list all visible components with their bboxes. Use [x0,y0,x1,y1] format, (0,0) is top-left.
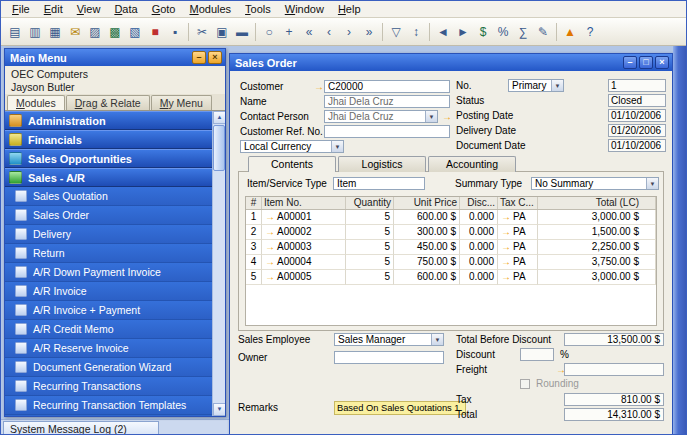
quantity-cell[interactable]: 5 [346,240,394,255]
owner-field[interactable] [334,351,444,364]
item-no-cell[interactable]: →A00002 [262,225,346,240]
main-menu-titlebar[interactable]: Main Menu – × [5,49,225,66]
item-no-cell[interactable]: →A00004 [262,255,346,270]
link-arrow-icon[interactable]: → [442,110,452,123]
chevron-down-icon[interactable]: ▼ [431,334,443,345]
sidebar-item-recurring-transaction-templates[interactable]: Recurring Transaction Templates [5,396,212,415]
print-preview-icon[interactable]: ▥ [25,22,45,42]
posting-date-field[interactable]: 01/10/2006 [608,109,666,122]
find-icon[interactable]: ○ [259,22,279,42]
pdf-icon[interactable]: ■ [145,22,165,42]
link-arrow-icon[interactable]: → [501,211,511,222]
link-arrow-icon[interactable]: → [501,241,511,252]
sidebar-scrollbar[interactable]: ▲ ▼ [212,111,225,416]
scroll-up-icon[interactable]: ▲ [213,111,225,124]
target-document-icon[interactable]: ► [453,22,473,42]
sidebar-item-return[interactable]: Return [5,244,212,263]
payment-means-icon[interactable]: $ [473,22,493,42]
sales-order-titlebar[interactable]: Sales Order – □ × [230,54,672,71]
link-arrow-icon[interactable]: → [265,271,275,282]
chevron-down-icon[interactable]: ▼ [425,111,437,122]
minimize-button[interactable]: – [623,56,637,69]
module-sales-opportunities[interactable]: Sales Opportunities [5,149,212,168]
menu-window[interactable]: Window [278,2,331,16]
sidebar-item-delivery[interactable]: Delivery [5,225,212,244]
tax-code-cell[interactable]: →PA [498,270,538,285]
lock-icon[interactable]: ▪ [165,22,185,42]
discount-cell[interactable]: 0.000 [460,240,498,255]
tab-drag-and-relate[interactable]: Drag & Relate [66,95,150,110]
tab-accounting[interactable]: Accounting [428,156,516,172]
quantity-cell[interactable]: 5 [346,270,394,285]
currency-select[interactable]: Local Currency ▼ [240,140,344,153]
sidebar-item-ar-down-payment-invoice[interactable]: A/R Down Payment Invoice [5,263,212,282]
contact-person-select[interactable]: Jhai Dela Cruz ▼ [324,110,438,123]
tax-code-cell[interactable]: →PA [498,210,538,225]
total-cell[interactable]: 3,000.00 $ [538,270,656,285]
sales-employee-select[interactable]: Sales Manager ▼ [334,333,444,346]
freight-field[interactable] [564,363,664,376]
col-total[interactable]: Total (LC) [538,197,656,209]
name-field[interactable]: Jhai Dela Cruz [324,95,450,108]
add-record-icon[interactable]: + [279,22,299,42]
tax-code-cell[interactable]: →PA [498,240,538,255]
sidebar-item-document-generation-wizard[interactable]: Document Generation Wizard [5,358,212,377]
rounding-checkbox[interactable] [520,379,530,389]
col-item-no[interactable]: Item No. [262,197,346,209]
base-document-icon[interactable]: ◄ [433,22,453,42]
item-no-cell[interactable]: →A00005 [262,270,346,285]
gross-profit-icon[interactable]: % [493,22,513,42]
quantity-cell[interactable]: 5 [346,225,394,240]
word-icon[interactable]: ▧ [125,22,145,42]
print-icon[interactable]: ▦ [45,22,65,42]
link-arrow-icon[interactable]: → [501,256,511,267]
row-number-cell[interactable]: 5 [246,270,262,285]
tax-code-cell[interactable]: →PA [498,255,538,270]
series-select[interactable]: Primary ▼ [508,79,564,92]
tab-logistics[interactable]: Logistics [338,156,426,172]
row-number-cell[interactable]: 3 [246,240,262,255]
link-arrow-icon[interactable]: → [265,256,275,267]
next-record-icon[interactable]: › [339,22,359,42]
tab-contents[interactable]: Contents [248,156,336,172]
menu-modules[interactable]: Modules [182,2,238,16]
excel-icon[interactable]: ▩ [105,22,125,42]
link-arrow-icon[interactable]: → [501,226,511,237]
total-cell[interactable]: 2,250.00 $ [538,240,656,255]
previous-record-icon[interactable]: ‹ [319,22,339,42]
tax-code-cell[interactable]: →PA [498,225,538,240]
discount-percent-field[interactable] [520,348,554,361]
sidebar-item-ar-invoice[interactable]: A/R Invoice [5,282,212,301]
col-row-number[interactable]: # [246,197,262,209]
last-record-icon[interactable]: » [359,22,379,42]
form-settings-icon[interactable]: ✎ [533,22,553,42]
link-arrow-icon[interactable]: → [265,211,275,222]
pin-window-button[interactable]: – [192,51,206,64]
chevron-down-icon[interactable]: ▼ [646,178,658,189]
col-tax-code[interactable]: Tax C... [498,197,538,209]
fax-icon[interactable]: ▨ [85,22,105,42]
menu-tools[interactable]: Tools [238,2,278,16]
link-arrow-icon[interactable]: → [501,271,511,282]
email-icon[interactable]: ✉ [65,22,85,42]
document-date-field[interactable]: 01/10/2006 [608,139,666,152]
link-arrow-icon[interactable]: → [314,80,324,93]
module-sales-ar[interactable]: Sales - A/R [5,168,212,187]
filter-icon[interactable]: ▽ [386,22,406,42]
discount-cell[interactable]: 0.000 [460,270,498,285]
unit-price-cell[interactable]: 600.00 $ [394,210,460,225]
row-number-cell[interactable]: 4 [246,255,262,270]
query-icon[interactable]: ∑ [513,22,533,42]
col-quantity[interactable]: Quantity [346,197,394,209]
unit-price-cell[interactable]: 600.00 $ [394,270,460,285]
copy-icon[interactable]: ▣ [212,22,232,42]
alert-icon[interactable]: ▲ [560,22,580,42]
total-cell[interactable]: 3,000.00 $ [538,210,656,225]
total-cell[interactable]: 3,750.00 $ [538,255,656,270]
sidebar-item-sales-order[interactable]: Sales Order [5,206,212,225]
sidebar-item-recurring-transactions[interactable]: Recurring Transactions [5,377,212,396]
unit-price-cell[interactable]: 450.00 $ [394,240,460,255]
first-record-icon[interactable]: « [299,22,319,42]
remarks-field[interactable]: Based On Sales Quotations 1. [334,401,466,415]
menu-goto[interactable]: Goto [145,2,183,16]
